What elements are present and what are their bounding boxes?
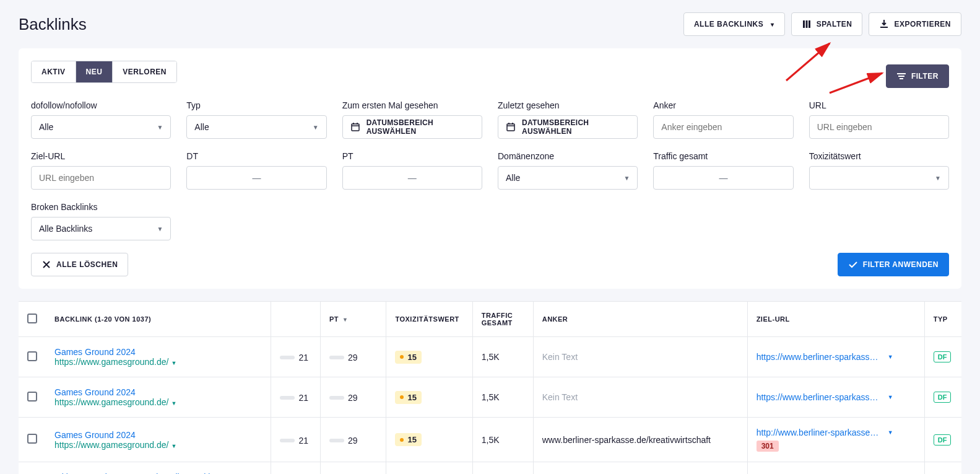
ziel-url-link[interactable]: https://www.berliner-sparkasse.de/de... bbox=[757, 392, 880, 402]
ziel-url-link[interactable]: https://www.berliner-sparkasse.de/de... bbox=[757, 352, 880, 362]
toxicity-dot-icon bbox=[400, 438, 404, 442]
svg-rect-7 bbox=[507, 124, 514, 131]
anker-text: Kein Text bbox=[542, 392, 578, 402]
toxicity-value: 15 bbox=[407, 435, 416, 444]
dt-value: 21 bbox=[298, 393, 308, 403]
dofollow-select[interactable]: Alle ▼ bbox=[31, 115, 171, 139]
pt-bar: 29 bbox=[329, 353, 358, 362]
download-icon bbox=[879, 19, 889, 29]
backlink-title[interactable]: Games Ground 2024 bbox=[54, 347, 136, 357]
chevron-down-icon[interactable]: ▼ bbox=[888, 354, 893, 360]
toxicity-badge: 15 bbox=[395, 391, 421, 404]
last-seen-datepicker[interactable]: DATUMSBEREICH AUSWÄHLEN bbox=[498, 115, 638, 139]
chevron-down-icon[interactable]: ▼ bbox=[171, 360, 176, 366]
table-row: Games Ground 2024 https://www.gamesgroun… bbox=[19, 337, 961, 377]
traffic-range[interactable]: — bbox=[653, 166, 793, 190]
domainzone-select[interactable]: Alle ▼ bbox=[498, 166, 638, 190]
traffic-value: 1,5K bbox=[472, 337, 533, 377]
dofollow-label: dofollow/nofollow bbox=[31, 100, 171, 110]
svg-rect-0 bbox=[803, 20, 805, 28]
row-checkbox[interactable] bbox=[27, 392, 37, 402]
chevron-down-icon[interactable]: ▼ bbox=[888, 394, 893, 400]
pt-range[interactable]: — bbox=[342, 166, 482, 190]
domainzone-value: Alle bbox=[506, 173, 520, 183]
th-pt[interactable]: PT▼ bbox=[320, 302, 386, 337]
broken-label: Broken Backlinks bbox=[31, 202, 171, 212]
url-label: URL bbox=[809, 100, 949, 110]
anker-input-wrap bbox=[653, 115, 793, 139]
tab-neu[interactable]: NEU bbox=[76, 61, 113, 82]
th-anker[interactable]: ANKER bbox=[533, 302, 747, 337]
select-all-checkbox[interactable] bbox=[27, 314, 37, 323]
traffic-value: — bbox=[719, 173, 727, 183]
pt-value: — bbox=[408, 173, 417, 183]
apply-filter-button[interactable]: FILTER ANWENDEN bbox=[838, 253, 949, 276]
header-buttons: ALLE BACKLINKS SPALTEN EXPORTIEREN bbox=[683, 12, 961, 36]
chevron-down-icon: ▼ bbox=[157, 124, 163, 131]
backlinks-table: BACKLINK (1-20 VON 1037) PT▼ TOXIZITÄTSW… bbox=[19, 301, 961, 474]
all-backlinks-button[interactable]: ALLE BACKLINKS bbox=[683, 12, 785, 36]
svg-rect-6 bbox=[352, 124, 359, 131]
anker-label: Anker bbox=[653, 100, 793, 110]
backlink-source-url[interactable]: https://www.gamesground.de/ bbox=[54, 397, 168, 407]
traffic-value: 0 bbox=[472, 462, 533, 475]
svg-rect-1 bbox=[805, 20, 807, 28]
columns-button[interactable]: SPALTEN bbox=[791, 12, 863, 36]
th-typ[interactable]: TYP bbox=[924, 302, 961, 337]
export-button[interactable]: EXPORTIEREN bbox=[869, 12, 961, 36]
ziel-url-link[interactable]: http://www.berliner-sparkasse.de/kre... bbox=[757, 428, 880, 437]
ziel-url-input[interactable] bbox=[39, 173, 163, 183]
anker-input[interactable] bbox=[661, 122, 785, 132]
broken-value: Alle Backlinks bbox=[39, 224, 92, 234]
chevron-down-icon[interactable]: ▼ bbox=[171, 400, 176, 406]
broken-select[interactable]: Alle Backlinks ▼ bbox=[31, 217, 171, 240]
th-toxicity[interactable]: TOXIZITÄTSWERT bbox=[386, 302, 472, 337]
th-dt[interactable] bbox=[271, 302, 320, 337]
url-input-wrap bbox=[809, 115, 949, 139]
tab-verloren[interactable]: VERLOREN bbox=[112, 61, 176, 82]
toxicity-value: 15 bbox=[407, 353, 416, 362]
dt-range[interactable]: — bbox=[186, 166, 326, 190]
dt-label: DT bbox=[186, 151, 326, 161]
clear-all-button[interactable]: ALLE LÖSCHEN bbox=[31, 253, 128, 276]
dt-value: — bbox=[252, 173, 261, 183]
first-seen-value: DATUMSBEREICH AUSWÄHLEN bbox=[366, 118, 474, 136]
toxicity-value: 15 bbox=[407, 393, 416, 402]
chevron-down-icon: ▼ bbox=[157, 226, 163, 232]
dt-value: 21 bbox=[298, 353, 308, 362]
toxicity-badge: 15 bbox=[395, 433, 421, 446]
filter-label: FILTER bbox=[911, 72, 939, 81]
toxicity-label: Toxizitätswert bbox=[809, 151, 949, 161]
filter-icon bbox=[896, 71, 906, 81]
apply-filter-label: FILTER ANWENDEN bbox=[863, 260, 939, 269]
tab-aktiv[interactable]: AKTIV bbox=[32, 61, 76, 82]
th-backlink[interactable]: BACKLINK (1-20 VON 1037) bbox=[46, 302, 271, 337]
backlink-source-url[interactable]: https://www.gamesground.de/ bbox=[54, 357, 168, 367]
ziel-url-label: Ziel-URL bbox=[31, 151, 171, 161]
chevron-down-icon[interactable]: ▼ bbox=[888, 429, 893, 436]
url-input[interactable] bbox=[817, 122, 941, 132]
anker-text: Kein Text bbox=[542, 352, 578, 362]
th-ziel-url[interactable]: ZIEL-URL bbox=[747, 302, 924, 337]
check-icon bbox=[848, 260, 858, 270]
backlink-source-url[interactable]: https://www.gamesground.de/ bbox=[54, 440, 168, 450]
calendar-icon bbox=[350, 122, 360, 132]
typ-label: Typ bbox=[186, 100, 326, 110]
th-traffic[interactable]: TRAFFIC GESAMT bbox=[472, 302, 533, 337]
chevron-down-icon: ▼ bbox=[935, 175, 941, 182]
redirect-badge: 301 bbox=[757, 441, 779, 452]
backlink-title[interactable]: Games Ground 2024 bbox=[54, 430, 136, 440]
table-row: Games Ground 2024 https://www.gamesgroun… bbox=[19, 418, 961, 462]
row-checkbox[interactable] bbox=[27, 434, 37, 444]
row-checkbox[interactable] bbox=[27, 351, 37, 361]
backlink-title[interactable]: Games Ground 2024 bbox=[54, 387, 136, 397]
typ-badge: DF bbox=[934, 351, 952, 362]
chevron-down-icon[interactable]: ▼ bbox=[171, 443, 176, 449]
first-seen-datepicker[interactable]: DATUMSBEREICH AUSWÄHLEN bbox=[342, 115, 482, 139]
typ-select[interactable]: Alle ▼ bbox=[186, 115, 326, 139]
toxicity-select[interactable]: ▼ bbox=[809, 166, 949, 190]
typ-value: Alle bbox=[194, 122, 209, 132]
columns-label: SPALTEN bbox=[817, 20, 852, 29]
filter-button[interactable]: FILTER bbox=[886, 64, 949, 88]
last-seen-label: Zuletzt gesehen bbox=[498, 100, 638, 110]
